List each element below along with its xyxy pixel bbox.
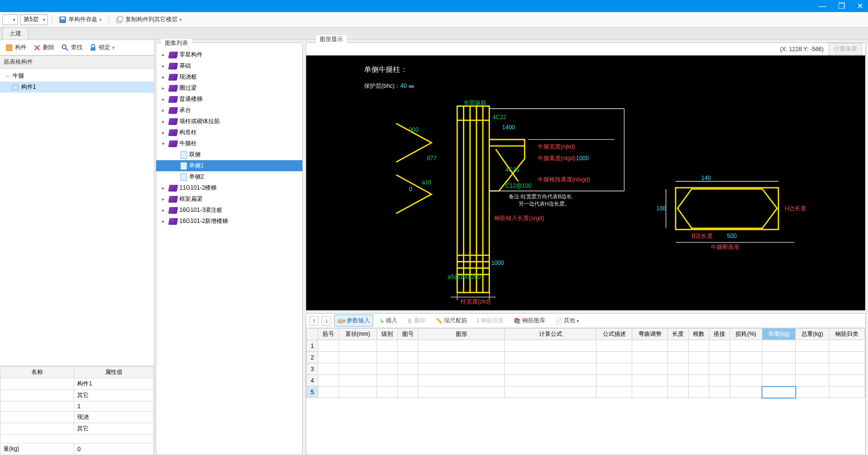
grid-cell[interactable] [597, 386, 632, 398]
collapse-icon[interactable]: − [5, 73, 11, 80]
drawing-canvas[interactable]: 单侧牛腿柱： 保护层(bhc)：40 ㎜ 备注:柱宽度方向代表B边长 另一边代表… [306, 55, 865, 310]
grid-cell[interactable] [796, 386, 829, 398]
rebar-library-button[interactable]: 📚钢筋图库 [510, 315, 549, 327]
atlas-item[interactable]: ▸16G101-3灌注桩 [156, 205, 302, 216]
prop-cell[interactable]: 1 [74, 401, 154, 412]
close-icon[interactable]: ✕ [857, 1, 863, 11]
grid-cell[interactable] [418, 340, 505, 352]
grid-cell[interactable] [339, 386, 377, 398]
grid-cell[interactable] [689, 363, 709, 375]
grid-cell[interactable] [668, 340, 689, 352]
grid-cell[interactable] [668, 375, 689, 386]
grid-cell[interactable] [632, 352, 668, 363]
grid-cell[interactable] [762, 340, 796, 352]
grid-cell[interactable] [505, 386, 597, 398]
grid-cell[interactable] [397, 375, 418, 386]
row-header[interactable]: 5 [307, 386, 318, 398]
prop-cell[interactable]: 其它 [74, 390, 154, 401]
atlas-item[interactable]: ▸基础 [156, 60, 302, 71]
save-single-button[interactable]: 单构件存盘 ▾ [56, 14, 105, 26]
grid-cell[interactable] [418, 375, 505, 386]
row-header[interactable]: 4 [307, 375, 318, 386]
expand-icon[interactable]: ▸ [162, 74, 167, 80]
atlas-child-item[interactable]: 单侧1 [156, 160, 302, 171]
grid-cell[interactable] [689, 375, 709, 386]
grid-cell[interactable] [339, 340, 377, 352]
expand-icon[interactable]: ▸ [162, 219, 167, 224]
grid-cell[interactable] [762, 375, 796, 386]
grid-header[interactable]: 搭接 [709, 329, 730, 340]
expand-icon[interactable]: ▸ [162, 196, 167, 202]
grid-cell[interactable] [796, 352, 829, 363]
grid-cell[interactable] [689, 340, 709, 352]
expand-icon[interactable]: ▸ [162, 119, 167, 124]
param-input-button[interactable]: a|e参数输入 [334, 315, 373, 327]
lock-button[interactable]: 锁定 ▾ [86, 42, 118, 54]
grid-cell[interactable] [339, 363, 377, 375]
atlas-item[interactable]: ▸墙柱或砌体拉筋 [156, 116, 302, 127]
grid-cell[interactable] [709, 352, 730, 363]
grid-cell[interactable] [730, 363, 762, 375]
expand-icon[interactable]: ▸ [162, 63, 167, 69]
expand-icon[interactable]: ▸ [162, 108, 167, 113]
grid-header[interactable]: 弯曲调整 [632, 329, 668, 340]
grid-cell[interactable] [339, 375, 377, 386]
atlas-item[interactable]: ▸圈过梁 [156, 83, 302, 94]
atlas-item[interactable]: ▸框架扁梁 [156, 193, 302, 205]
grid-cell[interactable] [709, 363, 730, 375]
grid-header[interactable]: 单重(kg) [762, 329, 796, 340]
row-header[interactable]: 3 [307, 363, 318, 375]
atlas-item[interactable]: ▸16G101-2新增楼梯 [156, 216, 302, 227]
insert-button[interactable]: ↳插入 [376, 315, 401, 327]
grid-cell[interactable] [829, 352, 865, 363]
grid-cell[interactable] [709, 386, 730, 398]
grid-cell[interactable] [668, 386, 689, 398]
grid-cell[interactable] [668, 363, 689, 375]
expand-icon[interactable]: ▸ [162, 52, 167, 57]
grid-header[interactable]: 图号 [397, 329, 418, 340]
prop-cell[interactable]: 其它 [74, 423, 154, 435]
atlas-child-item[interactable]: 单侧2 [156, 171, 302, 182]
grid-header[interactable]: 直径(mm) [339, 329, 377, 340]
grid-cell[interactable] [709, 375, 730, 386]
grid-cell[interactable] [318, 375, 339, 386]
grid-header[interactable]: 钢筋归类 [829, 329, 865, 340]
grid-cell[interactable] [689, 386, 709, 398]
grid-cell[interactable] [318, 386, 339, 398]
atlas-item[interactable]: ▾牛腿柱 [156, 138, 302, 149]
grid-header[interactable]: 总重(kg) [796, 329, 829, 340]
grid-cell[interactable] [796, 363, 829, 375]
minimize-icon[interactable]: — [818, 2, 826, 11]
grid-cell[interactable] [762, 386, 796, 398]
grid-cell[interactable] [796, 340, 829, 352]
grid-cell[interactable] [377, 363, 397, 375]
grid-header[interactable]: 计算公式 [505, 329, 597, 340]
grid-cell[interactable] [632, 386, 668, 398]
copy-floors-button[interactable]: 复制构件到其它楼层 ▾ [113, 14, 185, 26]
grid-cell[interactable] [762, 352, 796, 363]
row-header[interactable]: 2 [307, 352, 318, 363]
grid-header[interactable]: 筋号 [318, 329, 339, 340]
atlas-item[interactable]: ▸承台 [156, 105, 302, 116]
move-up-button[interactable]: ↑ [309, 316, 319, 326]
grid-cell[interactable] [668, 352, 689, 363]
maximize-icon[interactable]: ❐ [838, 1, 845, 11]
move-down-button[interactable]: ↓ [322, 316, 331, 326]
grid-cell[interactable] [632, 375, 668, 386]
scale-rebar-button[interactable]: 📏缩尺配筋 [432, 315, 471, 327]
grid-cell[interactable] [505, 363, 597, 375]
expand-icon[interactable]: ▾ [162, 141, 167, 146]
tree-item-component1[interactable]: 构件1 [0, 82, 154, 93]
grid-cell[interactable] [339, 352, 377, 363]
unnamed-dropdown[interactable] [2, 14, 18, 25]
expand-icon[interactable]: ▸ [162, 85, 167, 91]
grid-header[interactable]: 损耗(%) [730, 329, 762, 340]
rebar-info-button[interactable]: ℹ钢筋信息 [474, 315, 507, 327]
grid-cell[interactable] [397, 386, 418, 398]
grid-cell[interactable] [709, 340, 730, 352]
grid-cell[interactable] [397, 363, 418, 375]
rebar-grid[interactable]: 筋号直径(mm)级别图号图形计算公式公式描述弯曲调整长度根数搭接损耗(%)单重(… [306, 328, 865, 455]
atlas-child-item[interactable]: 双侧 [156, 149, 302, 160]
grid-cell[interactable] [418, 352, 505, 363]
grid-header[interactable]: 级别 [377, 329, 397, 340]
